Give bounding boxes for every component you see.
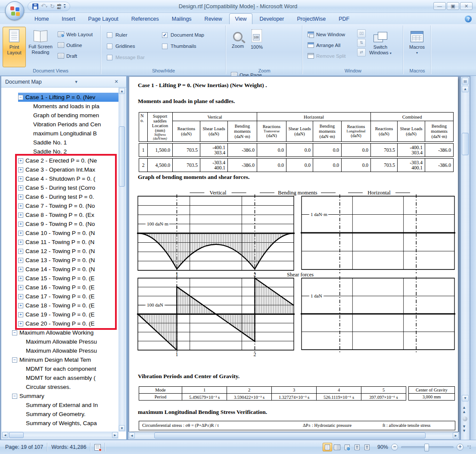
tab-references[interactable]: References	[125, 13, 165, 24]
scroll-left-icon[interactable]: ◄	[2, 432, 8, 438]
document-map-checkbox[interactable]: ✓Document Map	[162, 29, 216, 41]
word-count[interactable]: Words: 41,286	[51, 444, 86, 450]
docmap-item-label: Summary	[19, 393, 44, 399]
zoom-out-button[interactable]: −	[391, 444, 398, 451]
office-button[interactable]	[5, 1, 24, 20]
zoom-button[interactable]: Zoom	[228, 27, 247, 67]
draft-view-button[interactable]	[362, 443, 372, 451]
thumbnails-checkbox[interactable]: Thumbnails	[162, 41, 216, 52]
docmap-item[interactable]: maximum Longitudinal B	[2, 129, 118, 138]
docmap-item[interactable]: Graph of bending momen	[2, 111, 118, 120]
docmap-item[interactable]: MDMT for each component	[2, 364, 118, 373]
svg-text:Horizontal: Horizontal	[367, 190, 391, 196]
collapse-icon[interactable]: −	[12, 394, 17, 399]
docmap-item[interactable]: Saddle No. 1	[2, 138, 118, 147]
view-side-by-side-icon[interactable]: ▯▯	[357, 29, 366, 38]
customize-qat-icon[interactable]: ▾	[64, 4, 65, 9]
docmap-item[interactable]: −Summary	[2, 391, 118, 401]
document-page[interactable]: Case 1 - Lifting P = 0. (New Inertias) (…	[129, 77, 458, 432]
scroll-left-icon[interactable]: ◄	[129, 432, 135, 438]
chevron-down-icon[interactable]: ▼	[72, 78, 81, 85]
maximize-button[interactable]: ▣	[447, 2, 459, 10]
web-layout-button[interactable]: Web Layout	[55, 29, 95, 40]
collapse-icon[interactable]: −	[18, 95, 23, 100]
zoom-slider-thumb[interactable]	[424, 444, 429, 451]
document-vertical-scrollbar[interactable]: ▤ ▲ ▼ ▲▲ ▼▼	[461, 77, 470, 440]
previous-page-icon[interactable]: ▲▲	[462, 405, 466, 414]
docmap-item[interactable]: Summary of External and In	[2, 401, 118, 410]
full-screen-reading-button[interactable]: Full Screen Reading	[26, 27, 55, 67]
close-icon[interactable]: ✕	[112, 78, 120, 85]
save-icon[interactable]	[32, 3, 38, 9]
scroll-up-icon[interactable]: ▲	[119, 88, 125, 94]
scrollbar-thumb[interactable]	[462, 133, 469, 155]
replace-icon[interactable]: abac	[57, 3, 61, 9]
zoom-100-button[interactable]: 100%	[247, 27, 266, 67]
full-screen-reading-view-button[interactable]	[333, 443, 342, 451]
ruler-checkbox[interactable]: Ruler	[107, 29, 156, 41]
view-ruler-icon[interactable]: ▤	[462, 78, 469, 85]
help-icon[interactable]: ?	[465, 16, 472, 22]
docmap-item[interactable]: Maximum Allowable Pressu	[2, 337, 118, 346]
new-window-button[interactable]: New Window	[305, 29, 356, 40]
scroll-down-icon[interactable]: ▼	[119, 425, 125, 431]
redo-icon[interactable]: ↻	[50, 3, 55, 9]
docmap-item[interactable]: −Minimum Design Metal Tem	[2, 355, 118, 364]
docmap-item-label: Maximum Allowable Pressu	[26, 348, 97, 354]
scroll-up-icon[interactable]: ▲	[462, 86, 469, 92]
docmap-item[interactable]: Circular stresses.	[2, 382, 118, 391]
scrollbar-thumb[interactable]	[119, 126, 125, 187]
scroll-down-icon[interactable]: ▼	[462, 395, 469, 401]
tab-home[interactable]: Home	[28, 13, 55, 24]
tab-page-layout[interactable]: Page Layout	[82, 13, 124, 24]
minimize-button[interactable]: —	[433, 2, 446, 10]
zoom-level[interactable]: 90%	[377, 444, 388, 450]
tab-view[interactable]: View	[229, 13, 253, 24]
tab-insert[interactable]: Insert	[56, 13, 81, 24]
scroll-right-icon[interactable]: ►	[112, 432, 118, 438]
scrollbar-thumb[interactable]	[9, 432, 24, 438]
scroll-right-icon[interactable]: ►	[453, 432, 459, 438]
group-show-hide: Ruler Gridlines Message Bar ✓Document Ma…	[102, 25, 226, 74]
arrange-all-button[interactable]: Arrange All	[305, 40, 356, 50]
select-browse-object-icon[interactable]	[463, 416, 467, 421]
draft-button[interactable]: Draft	[55, 50, 95, 61]
svg-text:100 daN·m: 100 daN·m	[147, 221, 168, 226]
scrollbar-thumb[interactable]	[154, 432, 426, 438]
print-layout-button[interactable]: Print Layout	[3, 27, 26, 67]
docmap-vertical-scrollbar[interactable]: ▲ ▼	[118, 88, 126, 432]
zoom-in-button[interactable]: +	[457, 444, 464, 451]
docmap-item[interactable]: Summary of Weights, Capa	[2, 419, 118, 428]
docmap-item[interactable]: Summary of Geometry.	[2, 410, 118, 419]
page-indicator[interactable]: Page: 19 of 107	[5, 444, 43, 450]
gridlines-checkbox[interactable]: Gridlines	[107, 41, 156, 52]
print-layout-view-button[interactable]	[323, 443, 332, 451]
collapse-icon[interactable]: −	[12, 357, 17, 363]
docmap-horizontal-scrollbar[interactable]: ◄ ►	[2, 432, 118, 439]
switch-windows-button[interactable]: Switch Windows ▾	[367, 27, 394, 67]
docmap-item[interactable]: Vibration Periods and Cen	[2, 120, 118, 129]
docmap-item[interactable]: MDMT for each assembly (	[2, 373, 118, 382]
tab-projectwise[interactable]: ProjectWise	[291, 13, 332, 24]
next-page-icon[interactable]: ▼▼	[462, 424, 466, 433]
tab-review[interactable]: Review	[199, 13, 228, 24]
undo-icon[interactable]: ↶▾	[41, 3, 47, 10]
reset-window-position-icon: ⇄	[357, 48, 366, 56]
proofing-status-icon[interactable]	[94, 444, 101, 451]
cell: 3.590422×10⁻³ s	[227, 394, 272, 401]
docmap-item[interactable]: −Case 1 - Lifting P = 0. (Nev	[2, 93, 118, 102]
tab-mailings[interactable]: Mailings	[166, 13, 198, 24]
document-horizontal-scrollbar[interactable]: ◄ ►	[128, 432, 459, 439]
macros-button[interactable]: Macros ▾	[406, 27, 428, 67]
outline-view-button[interactable]	[352, 443, 362, 451]
web-layout-view-button[interactable]	[342, 443, 352, 451]
docmap-item[interactable]: Maximum Allowable Pressu	[2, 346, 118, 355]
resize-grip[interactable]	[467, 445, 472, 450]
zoom-slider[interactable]	[401, 446, 454, 448]
tab-pdf[interactable]: PDF	[333, 13, 355, 24]
close-button[interactable]: ✕	[460, 2, 473, 10]
docmap-item[interactable]: Moments and loads in pla	[2, 102, 118, 111]
outline-button[interactable]: Outline	[55, 40, 95, 50]
collapse-icon[interactable]: −	[12, 330, 17, 335]
tab-developer[interactable]: Developer	[253, 13, 290, 24]
